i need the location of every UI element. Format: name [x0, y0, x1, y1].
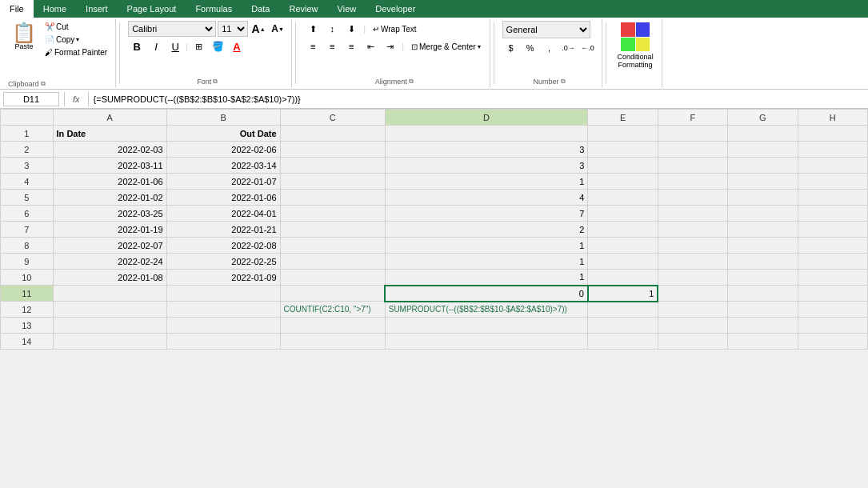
cell-E13[interactable] [588, 318, 658, 334]
row-header-11[interactable]: 11 [1, 286, 54, 302]
cell-G5[interactable] [728, 190, 798, 206]
tab-data[interactable]: Data [242, 0, 279, 18]
cell-D13[interactable] [385, 318, 588, 334]
cell-G13[interactable] [728, 318, 798, 334]
cell-H14[interactable] [798, 334, 867, 350]
cell-C7[interactable] [280, 222, 385, 238]
increase-decimal-button[interactable]: .0→ [560, 40, 578, 56]
cell-F3[interactable] [658, 158, 727, 174]
col-header-A[interactable]: A [53, 110, 166, 126]
cell-A10[interactable]: 2022-01-08 [53, 270, 166, 286]
cell-B8[interactable]: 2022-02-08 [166, 238, 280, 254]
cell-E4[interactable] [588, 174, 658, 190]
cell-A9[interactable]: 2022-02-24 [53, 254, 166, 270]
cell-B3[interactable]: 2022-03-14 [166, 158, 280, 174]
col-header-G[interactable]: G [728, 110, 798, 126]
cell-B11[interactable] [166, 286, 280, 302]
cell-B4[interactable]: 2022-01-07 [166, 174, 280, 190]
align-right-button[interactable]: ≡ [342, 38, 360, 54]
tab-page-layout[interactable]: Page Layout [118, 0, 186, 18]
cell-H10[interactable] [798, 270, 867, 286]
cell-E8[interactable] [588, 238, 658, 254]
align-top-button[interactable]: ⬆ [304, 21, 322, 37]
cell-A11[interactable] [53, 286, 166, 302]
format-painter-button[interactable]: 🖌 Format Painter [42, 46, 110, 58]
cell-A2[interactable]: 2022-02-03 [53, 142, 166, 158]
cell-C1[interactable] [280, 126, 385, 142]
cell-D5[interactable]: 4 [385, 190, 588, 206]
decrease-decimal-button[interactable]: ←.0 [579, 40, 597, 56]
fill-color-button[interactable]: 🪣 [209, 38, 226, 54]
tab-developer[interactable]: Developer [366, 0, 425, 18]
formula-input[interactable] [94, 94, 865, 104]
cell-H11[interactable] [798, 286, 867, 302]
cell-E12[interactable] [588, 302, 658, 318]
cell-H4[interactable] [798, 174, 867, 190]
underline-button[interactable]: U [166, 38, 184, 54]
cell-G1[interactable] [728, 126, 798, 142]
paste-button[interactable]: 📋 Paste [8, 21, 40, 53]
font-expand-icon[interactable]: ⧉ [213, 78, 218, 86]
cell-B2[interactable]: 2022-02-06 [166, 142, 280, 158]
cell-E11[interactable]: 1 [588, 286, 658, 302]
wrap-text-button[interactable]: ↵ Wrap Text [369, 21, 421, 37]
cell-E3[interactable] [588, 158, 658, 174]
cell-B7[interactable]: 2022-01-21 [166, 222, 280, 238]
align-bottom-button[interactable]: ⬇ [342, 21, 360, 37]
cell-H3[interactable] [798, 158, 867, 174]
tab-insert[interactable]: Insert [76, 0, 118, 18]
align-middle-button[interactable]: ↕ [323, 21, 341, 37]
cell-F4[interactable] [658, 174, 727, 190]
cell-C13[interactable] [280, 318, 385, 334]
cell-D11[interactable]: 0 [385, 286, 588, 302]
cell-D7[interactable]: 2 [385, 222, 588, 238]
cell-E6[interactable] [588, 206, 658, 222]
row-header-9[interactable]: 9 [1, 254, 54, 270]
tab-formulas[interactable]: Formulas [186, 0, 242, 18]
cell-F11[interactable] [658, 286, 727, 302]
cell-E14[interactable] [588, 334, 658, 350]
cell-E5[interactable] [588, 190, 658, 206]
cell-F12[interactable] [658, 302, 727, 318]
cell-G4[interactable] [728, 174, 798, 190]
cell-C11[interactable] [280, 286, 385, 302]
font-size-select[interactable]: 11 [218, 21, 248, 37]
row-header-8[interactable]: 8 [1, 238, 54, 254]
merge-center-button[interactable]: ⊡ Merge & Center ▾ [407, 38, 485, 54]
cell-C6[interactable] [280, 206, 385, 222]
cell-C10[interactable] [280, 270, 385, 286]
cell-A5[interactable]: 2022-01-02 [53, 190, 166, 206]
row-header-5[interactable]: 5 [1, 190, 54, 206]
cell-H6[interactable] [798, 206, 867, 222]
cell-A6[interactable]: 2022-03-25 [53, 206, 166, 222]
cell-C12[interactable]: COUNTIF(C2:C10, ">7") [280, 302, 385, 318]
border-button[interactable]: ⊞ [190, 38, 207, 54]
cell-C5[interactable] [280, 190, 385, 206]
cell-G2[interactable] [728, 142, 798, 158]
align-left-button[interactable]: ≡ [304, 38, 322, 54]
accounting-button[interactable]: $ [502, 40, 520, 56]
number-format-select[interactable]: General [502, 21, 590, 38]
cell-A12[interactable] [53, 302, 166, 318]
cut-button[interactable]: ✂️ Cut [42, 21, 110, 33]
tab-home[interactable]: Home [34, 0, 76, 18]
cell-D12[interactable]: SUMPRODUCT(--(($B$2:$B$10-$A$2:$A$10)>7)… [385, 302, 588, 318]
cell-H2[interactable] [798, 142, 867, 158]
cell-D8[interactable]: 1 [385, 238, 588, 254]
row-header-1[interactable]: 1 [1, 126, 54, 142]
cell-A7[interactable]: 2022-01-19 [53, 222, 166, 238]
number-expand-icon[interactable]: ⧉ [561, 78, 566, 86]
indent-increase-button[interactable]: ⇥ [381, 38, 398, 54]
percent-button[interactable]: % [522, 40, 539, 56]
cell-B1[interactable]: Out Date [166, 126, 280, 142]
cell-H13[interactable] [798, 318, 867, 334]
cell-H7[interactable] [798, 222, 867, 238]
cell-H1[interactable] [798, 126, 867, 142]
cell-A1[interactable]: In Date [53, 126, 166, 142]
row-header-10[interactable]: 10 [1, 270, 54, 286]
row-header-6[interactable]: 6 [1, 206, 54, 222]
clipboard-expand-icon[interactable]: ⧉ [41, 80, 46, 88]
cell-F8[interactable] [658, 238, 727, 254]
cell-H5[interactable] [798, 190, 867, 206]
cell-D14[interactable] [385, 334, 588, 350]
